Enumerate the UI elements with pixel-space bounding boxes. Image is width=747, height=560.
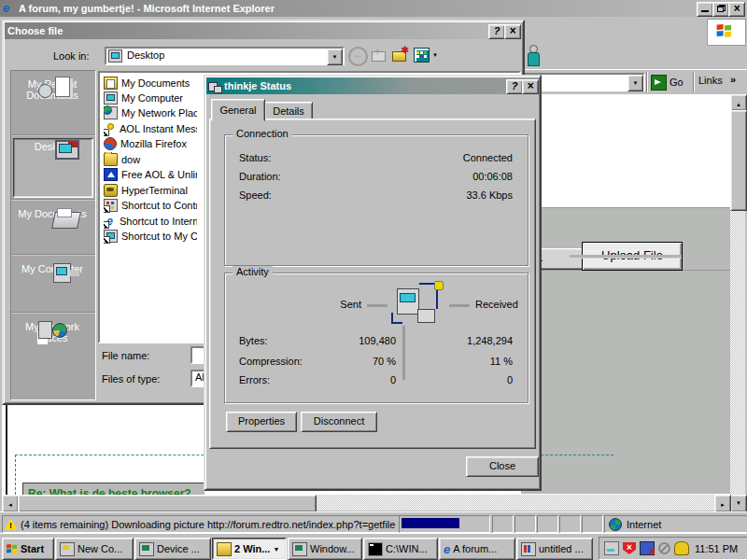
my-computer-shortcut-icon <box>104 230 118 243</box>
warning-icon <box>5 519 17 530</box>
go-button[interactable]: Go <box>651 73 692 91</box>
bytes-received: 1,248,294 <box>430 335 513 346</box>
activity-groupbox: Activity Sent Received Bytes: 109,480 1,… <box>224 273 529 403</box>
view-menu-icon[interactable] <box>414 47 438 63</box>
taskbar-button-command-prompt[interactable]: C:\WIN... <box>363 538 438 560</box>
scroll-left-button[interactable] <box>2 495 19 512</box>
internet-zone-icon <box>609 518 622 531</box>
up-folder-icon[interactable]: ↑ <box>371 47 387 63</box>
system-tray: 11:51 PM <box>599 537 747 560</box>
desktop-icon <box>108 49 122 63</box>
disconnect-button[interactable]: Disconnect <box>301 412 377 432</box>
ms-dos-icon <box>368 542 383 556</box>
aol-instant-messenger-icon <box>104 123 116 134</box>
taskbar-button-windows[interactable]: Window... <box>288 538 362 560</box>
connection-legend: Connection <box>233 128 292 139</box>
my-documents-icon <box>104 77 118 90</box>
file-item[interactable]: Mozilla Firefox <box>104 136 197 151</box>
file-item[interactable]: My Network Places <box>104 105 197 120</box>
status-help-button[interactable] <box>506 79 523 94</box>
sent-dash <box>367 304 388 307</box>
status-pane <box>559 515 581 533</box>
back-icon[interactable]: ← <box>348 47 368 66</box>
start-button[interactable]: Start <box>2 538 54 560</box>
status-titlebar[interactable]: thinkje Status <box>206 77 539 94</box>
taskbar-button-device[interactable]: Device ... <box>134 538 211 560</box>
speed-value: 33.6 Kbps <box>356 189 513 201</box>
minimize-button[interactable] <box>697 2 713 17</box>
file-item[interactable]: Free AOL & Unlimite <box>104 167 197 182</box>
status-pane <box>514 515 536 533</box>
internet-explorer-shortcut-icon <box>104 216 116 227</box>
place-my-recent-documents[interactable]: My Recent Documents <box>13 77 92 101</box>
restore-button[interactable] <box>712 2 729 17</box>
page-table-border <box>6 400 7 495</box>
tray-blocked-icon[interactable] <box>658 542 670 554</box>
internet-explorer-icon: e <box>444 543 450 555</box>
folder-icon <box>217 542 232 556</box>
help-button[interactable] <box>488 24 505 39</box>
tray-aim-icon[interactable] <box>674 541 689 555</box>
horizontal-scrollbar-thumb[interactable] <box>18 495 317 512</box>
properties-button[interactable]: Properties <box>226 412 297 432</box>
go-label: Go <box>669 77 684 88</box>
links-label[interactable]: Links <box>698 75 723 86</box>
thinkje-status-dialog: thinkje Status General Details Connectio… <box>204 75 542 491</box>
place-my-network-places[interactable]: My Network Places <box>13 319 92 343</box>
paint-icon <box>521 542 536 556</box>
tab-general[interactable]: General <box>211 99 265 121</box>
ie-window-icon: e <box>3 2 9 14</box>
places-bar: My Recent Documents Desktop My Documents… <box>10 70 96 400</box>
close-button[interactable] <box>728 2 745 17</box>
tray-clock[interactable]: 11:51 PM <box>695 543 738 554</box>
my-network-places-icon <box>104 106 118 119</box>
file-item[interactable]: dow <box>104 152 197 167</box>
new-folder-icon[interactable]: ✱ <box>392 47 409 63</box>
file-item[interactable]: My Computer <box>104 91 197 105</box>
scroll-right-button[interactable] <box>714 495 731 512</box>
taskbar-button-new-connection[interactable]: New Co... <box>55 538 134 560</box>
choose-file-titlebar[interactable]: Choose file <box>5 22 522 39</box>
taskbar-button-untitled[interactable]: untitled ... <box>516 538 593 560</box>
status-close-x-button[interactable] <box>522 79 539 94</box>
file-item[interactable]: Shortcut to Control <box>104 198 197 213</box>
ie-titlebar[interactable]: e A forum, my gumbertje! - Microsoft Int… <box>0 0 747 17</box>
vertical-scrollbar-thumb[interactable] <box>730 110 747 211</box>
file-item[interactable]: HyperTerminal <box>104 183 197 198</box>
file-item[interactable]: My Documents <box>104 76 197 91</box>
page-figure-icon <box>526 45 541 67</box>
address-dropdown-button[interactable] <box>627 75 643 91</box>
ie-throbber <box>707 19 746 46</box>
control-panel-shortcut-icon <box>104 199 118 212</box>
dialog-close-button[interactable] <box>504 24 521 39</box>
mozilla-firefox-icon <box>104 137 117 150</box>
taskbar-button-windows-group[interactable]: 2 Win... ▼ <box>212 538 287 560</box>
look-in-dropdown-button[interactable] <box>327 49 343 65</box>
ie-title: A forum, my gumbertje! - Microsoft Inter… <box>0 3 275 14</box>
security-zone-pane: Internet <box>604 515 747 533</box>
page-thread-header: Re: What is de beste browser? <box>22 483 204 496</box>
file-item[interactable]: Shortcut to Interne <box>104 214 197 229</box>
tray-security-alert-icon[interactable] <box>623 542 636 554</box>
tray-network-error-icon[interactable] <box>640 541 655 555</box>
look-in-combobox[interactable]: Desktop <box>105 47 345 65</box>
status-value: Connected <box>356 152 513 163</box>
close-button-dialog[interactable]: Close <box>466 456 539 477</box>
links-chevron-icon[interactable]: » <box>730 74 736 85</box>
sent-label: Sent <box>318 299 361 310</box>
place-my-documents[interactable]: My Documents <box>13 206 92 219</box>
status-pane <box>537 515 558 533</box>
group-dropdown-arrow-icon: ▼ <box>273 546 279 553</box>
tab-details[interactable]: Details <box>264 102 313 120</box>
scroll-down-button[interactable] <box>730 495 747 512</box>
tray-dialup-icon[interactable] <box>604 541 619 555</box>
place-desktop[interactable]: Desktop <box>13 138 93 198</box>
taskbar-button-forum[interactable]: eA forum... <box>439 538 515 560</box>
file-item[interactable]: Shortcut to My Com <box>104 229 197 244</box>
dialup-icon <box>208 80 221 92</box>
scroll-up-button[interactable] <box>730 94 747 111</box>
bytes-label: Bytes: <box>239 335 268 346</box>
place-my-computer[interactable]: My Computer <box>13 261 92 274</box>
dialup-activity-icon <box>391 281 445 328</box>
file-item[interactable]: AOL Instant Messen <box>104 121 197 136</box>
